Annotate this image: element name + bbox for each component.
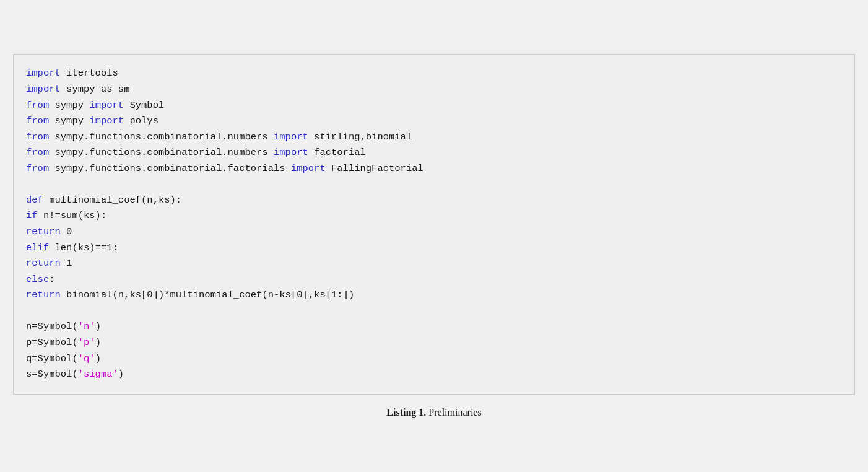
code-token: import [26, 84, 61, 95]
code-line: else: [26, 272, 842, 288]
code-line: return 0 [26, 224, 842, 240]
code-token: from [26, 100, 49, 111]
code-token: multinomial_coef(n,ks): [43, 194, 181, 206]
caption: Listing 1. Preliminaries [386, 407, 481, 418]
caption-text: Preliminaries [426, 407, 481, 417]
code-line: s=Symbol('sigma') [26, 367, 842, 383]
code-line: import sympy as sm [26, 82, 842, 98]
code-line: n=Symbol('n') [26, 319, 842, 335]
code-token: sympy.functions.combinatorial.numbers [49, 147, 274, 158]
code-token: from [26, 115, 49, 126]
caption-prefix: Listing 1. [386, 407, 426, 417]
code-token: from [26, 131, 49, 142]
code-token: itertools [61, 68, 118, 79]
code-token: sympy as sm [61, 84, 130, 95]
code-token: binomial(n,ks[0])*multinomial_coef(n-ks[… [61, 289, 354, 300]
code-token: def [26, 194, 43, 206]
code-line: return binomial(n,ks[0])*multinomial_coe… [26, 287, 842, 304]
code-token: from [26, 147, 49, 158]
code-line: q=Symbol('q') [26, 351, 842, 367]
code-line: return 1 [26, 256, 842, 272]
code-token: sympy [49, 100, 89, 111]
code-line: from sympy.functions.combinatorial.facto… [26, 161, 842, 177]
code-token: FallingFactorial [326, 163, 423, 174]
code-token: polys [124, 115, 158, 126]
code-token: factorial [308, 147, 366, 158]
code-token: import [274, 147, 308, 158]
code-token: return [26, 226, 61, 237]
code-token: n=Symbol( [26, 321, 78, 332]
code-token: ) [118, 369, 124, 380]
code-line: from sympy.functions.combinatorial.numbe… [26, 145, 842, 161]
code-line: if n!=sum(ks): [26, 208, 842, 224]
code-line: import itertools [26, 66, 842, 82]
code-token: return [26, 258, 61, 269]
page-container: import itertoolsimport sympy as smfrom s… [13, 54, 855, 417]
code-line [26, 177, 842, 193]
code-token: stirling,binomial [308, 131, 412, 142]
code-token: sympy [49, 115, 89, 126]
code-token: 'q' [78, 353, 95, 364]
code-token: Symbol [124, 100, 164, 111]
code-line: elif len(ks)==1: [26, 240, 842, 256]
code-line [26, 304, 842, 320]
code-token: 0 [61, 226, 72, 237]
code-token: 'p' [78, 337, 95, 348]
code-token: if [26, 210, 38, 221]
code-token: import [291, 163, 326, 174]
code-token: sympy.functions.combinatorial.factorials [49, 163, 291, 174]
code-token: 'n' [78, 321, 95, 332]
code-line: from sympy import Symbol [26, 98, 842, 114]
code-token: import [274, 131, 308, 142]
code-token: ) [95, 337, 101, 348]
code-token: import [89, 100, 124, 111]
code-token: s=Symbol( [26, 369, 78, 380]
code-token: : [49, 274, 54, 285]
code-token: elif [26, 242, 49, 253]
code-token: n!=sum(ks): [38, 210, 107, 221]
code-token: p=Symbol( [26, 337, 78, 348]
code-token: return [26, 289, 61, 300]
code-token: import [89, 115, 124, 126]
code-line: from sympy.functions.combinatorial.numbe… [26, 129, 842, 146]
code-token: q=Symbol( [26, 353, 78, 364]
code-line: p=Symbol('p') [26, 335, 842, 351]
code-token: 1 [61, 258, 72, 269]
code-token: import [26, 68, 61, 79]
code-token: ) [95, 321, 101, 332]
code-token: 'sigma' [78, 369, 118, 380]
code-token: ) [95, 353, 101, 364]
code-token: else [26, 274, 49, 285]
code-line: def multinomial_coef(n,ks): [26, 193, 842, 209]
code-token: len(ks)==1: [49, 242, 118, 253]
code-line: from sympy import polys [26, 113, 842, 129]
code-token: from [26, 163, 49, 174]
code-token: sympy.functions.combinatorial.numbers [49, 131, 274, 142]
code-box: import itertoolsimport sympy as smfrom s… [13, 54, 855, 394]
code-content: import itertoolsimport sympy as smfrom s… [26, 66, 842, 382]
